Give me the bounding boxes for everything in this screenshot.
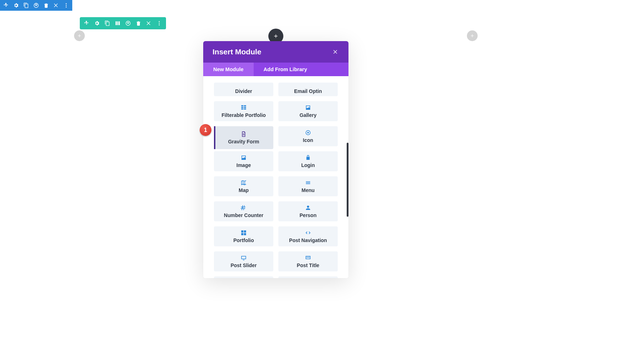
module-label: Number Counter: [224, 212, 263, 218]
svg-point-1: [66, 5, 67, 6]
module-item-login[interactable]: Login: [278, 151, 338, 171]
module-label: Person: [299, 212, 316, 218]
module-label: Email Optin: [294, 88, 322, 94]
module-item-partial-1[interactable]: [214, 276, 273, 278]
module-label: Divider: [235, 88, 252, 94]
hash-icon: [240, 205, 247, 211]
module-label: Map: [239, 187, 249, 193]
svg-point-7: [307, 132, 309, 134]
more-icon[interactable]: [63, 2, 69, 9]
image-icon: [305, 104, 311, 111]
highlight-indicator: [214, 126, 215, 149]
duplicate-icon[interactable]: [23, 2, 29, 9]
module-item-gravity-form[interactable]: Gravity Form: [214, 126, 273, 149]
tab-add-from-library[interactable]: Add From Library: [254, 63, 317, 76]
trash-icon[interactable]: [43, 2, 49, 9]
lock-icon: [305, 154, 311, 161]
annotation-badge-1: 1: [200, 124, 211, 136]
map-icon: [240, 180, 247, 186]
close-icon[interactable]: [332, 48, 339, 55]
svg-point-5: [159, 24, 160, 25]
module-label: Icon: [303, 137, 313, 143]
form-icon: [240, 131, 247, 137]
code-icon: [305, 230, 311, 236]
trash-icon[interactable]: [135, 20, 142, 26]
grid-icon: [240, 230, 247, 236]
module-label: Gravity Form: [228, 139, 259, 144]
gear-icon[interactable]: [13, 2, 19, 9]
slider-icon: [240, 255, 247, 261]
module-label: Post Title: [297, 262, 319, 268]
tab-new-module[interactable]: New Module: [203, 63, 254, 76]
module-item-menu[interactable]: Menu: [278, 176, 338, 196]
module-label: Image: [236, 162, 251, 168]
grid-icon: [240, 104, 247, 111]
close-icon[interactable]: [53, 2, 59, 9]
insert-module-modal: Insert Module New Module Add From Librar…: [203, 41, 348, 278]
scrollbar-thumb[interactable]: [347, 143, 348, 217]
module-item-divider[interactable]: Divider: [214, 83, 273, 96]
duplicate-icon[interactable]: [104, 20, 111, 26]
module-item-post-slider[interactable]: Post Slider: [214, 251, 273, 271]
module-item-post-title[interactable]: Post Title: [278, 251, 338, 271]
columns-icon[interactable]: [114, 20, 121, 26]
module-item-map[interactable]: Map: [214, 176, 273, 196]
svg-point-3: [159, 21, 160, 22]
module-item-number-counter[interactable]: Number Counter: [214, 201, 273, 221]
module-item-email-optin[interactable]: Email Optin: [278, 83, 338, 96]
module-label: Menu: [302, 187, 315, 193]
module-item-gallery[interactable]: Gallery: [278, 101, 338, 121]
svg-point-4: [159, 23, 160, 24]
save-icon[interactable]: [125, 20, 131, 26]
module-list: Divider Email Optin Filterable Portfolio…: [203, 76, 348, 278]
section-toolbar: [0, 0, 72, 11]
module-item-filterable-portfolio[interactable]: Filterable Portfolio: [214, 101, 273, 121]
save-icon[interactable]: [33, 2, 39, 9]
module-item-icon[interactable]: Icon: [278, 126, 338, 146]
module-item-person[interactable]: Person: [278, 201, 338, 221]
target-icon: [305, 129, 311, 136]
svg-point-0: [66, 3, 67, 4]
module-item-image[interactable]: Image: [214, 151, 273, 171]
gear-icon[interactable]: [94, 20, 100, 26]
title-icon: [305, 255, 311, 261]
module-item-portfolio[interactable]: Portfolio: [214, 226, 273, 246]
module-item-partial-2[interactable]: [278, 276, 338, 278]
module-label: Post Navigation: [289, 237, 327, 243]
menu-icon: [305, 180, 311, 186]
move-icon[interactable]: [83, 20, 90, 26]
module-label: Gallery: [299, 112, 316, 118]
module-label: Post Slider: [230, 262, 257, 268]
annotation-badge-label: 1: [204, 127, 207, 133]
person-icon: [305, 205, 311, 211]
add-row-left-button[interactable]: [74, 30, 85, 41]
image-icon: [240, 154, 247, 161]
module-item-post-navigation[interactable]: Post Navigation: [278, 226, 338, 246]
svg-point-2: [66, 6, 67, 8]
add-row-right-button[interactable]: [467, 30, 478, 41]
module-label: Filterable Portfolio: [221, 112, 266, 118]
move-icon[interactable]: [3, 2, 9, 9]
module-label: Portfolio: [233, 237, 254, 243]
row-toolbar: [80, 17, 166, 29]
modal-header: Insert Module: [203, 41, 348, 63]
close-icon[interactable]: [146, 20, 152, 26]
module-label: Login: [301, 162, 315, 168]
more-icon[interactable]: [156, 20, 162, 26]
modal-tabs: New Module Add From Library: [203, 63, 348, 76]
modal-title: Insert Module: [213, 48, 262, 56]
